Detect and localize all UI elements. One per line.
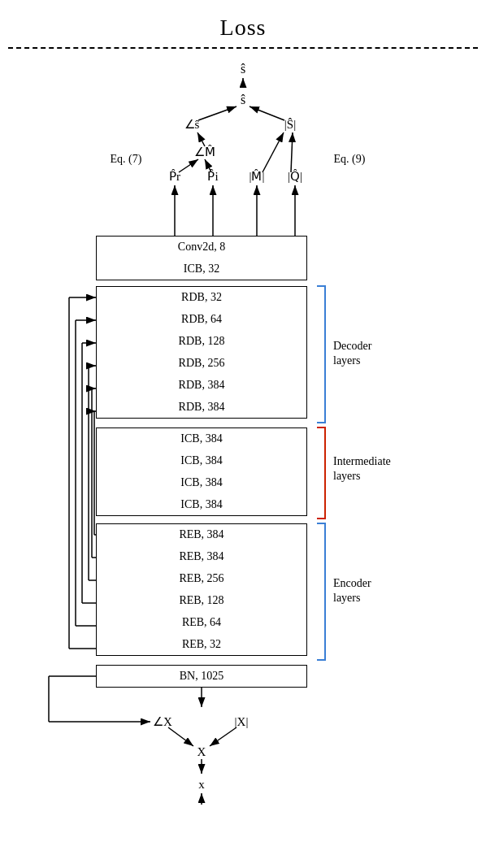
pi-hat-label: P̂i (207, 169, 218, 183)
layer-icb-384-1: ICB, 384 (96, 427, 307, 450)
abs-m-hat-label: |M̂| (249, 169, 264, 183)
encoder-label: Encoder (333, 577, 371, 589)
svg-line-3 (198, 106, 236, 120)
intermediate-label: Intermediate (333, 455, 391, 467)
pr-hat-label: P̂r (169, 169, 180, 183)
dashed-line (8, 47, 478, 49)
svg-line-8 (263, 132, 284, 172)
diagram-container: Loss ŝ ŝ ∠ŝ |Ŝ| ∠M̂ P̂r (0, 0, 486, 868)
angle-s-hat-label: ∠ŝ (184, 118, 200, 131)
angle-m-hat-label: ∠M̂ (194, 145, 215, 158)
layer-rdb-64: RDB, 64 (96, 308, 307, 331)
abs-x-label: |X| (235, 715, 249, 728)
layer-reb-128: REB, 128 (96, 589, 307, 612)
layer-reb-64: REB, 64 (96, 611, 307, 634)
layer-rdb-384-2: RDB, 384 (96, 396, 307, 419)
svg-line-6 (179, 159, 198, 172)
layer-reb-384-1: REB, 384 (96, 523, 307, 546)
layer-rdb-32: RDB, 32 (96, 286, 307, 309)
decoder-label2: layers (333, 354, 360, 367)
layer-icb-32-top: ICB, 32 (96, 258, 307, 280)
x-cap-label: X (197, 745, 206, 758)
svg-line-33 (168, 727, 193, 746)
svg-line-34 (210, 727, 236, 746)
s-hat-hat-label: ŝ (241, 62, 245, 76)
loss-title: Loss (220, 15, 267, 41)
angle-x-label: ∠X (153, 715, 172, 728)
abs-q-hat-label: |Q̂| (288, 169, 302, 183)
svg-line-7 (205, 159, 211, 172)
decoder-label: Decoder (333, 340, 372, 352)
layer-icb-384-3: ICB, 384 (96, 471, 307, 494)
layer-icb-384-4: ICB, 384 (96, 493, 307, 516)
layer-conv2d-8: Conv2d, 8 (96, 236, 307, 258)
svg-line-5 (197, 132, 205, 146)
layer-rdb-128: RDB, 128 (96, 330, 307, 353)
eq9-label: Eq. (9) (334, 153, 366, 166)
intermediate-label2: layers (333, 470, 360, 482)
encoder-label2: layers (333, 592, 360, 604)
svg-line-4 (250, 106, 284, 120)
layer-reb-256: REB, 256 (96, 567, 307, 590)
layer-bn-1025: BN, 1025 (96, 665, 307, 688)
layer-reb-384-2: REB, 384 (96, 545, 307, 568)
layer-reb-32: REB, 32 (96, 633, 307, 656)
svg-line-9 (291, 132, 293, 172)
layer-rdb-384-1: RDB, 384 (96, 374, 307, 397)
x-lower-label: x (198, 778, 205, 791)
abs-s-hat-label: |Ŝ| (284, 118, 296, 131)
eq7-label: Eq. (7) (111, 153, 142, 166)
layer-icb-384-2: ICB, 384 (96, 449, 307, 472)
layer-rdb-256: RDB, 256 (96, 352, 307, 375)
s-hat-label: ŝ (241, 93, 245, 106)
